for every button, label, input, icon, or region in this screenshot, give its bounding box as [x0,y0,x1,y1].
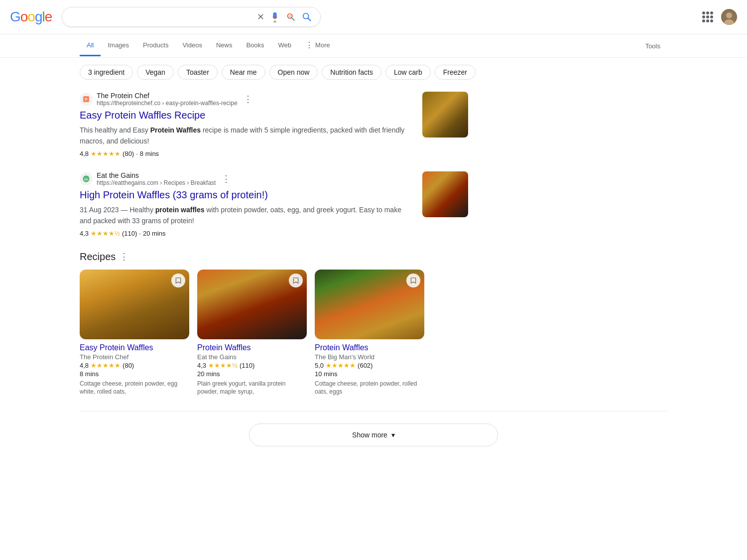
result-1-stars: ★★★★★ [91,150,121,157]
result-2-source: EG Eat the Gains https://eatthegains.com… [80,171,414,186]
mic-icon [269,11,280,22]
clear-button[interactable]: ✕ [257,11,264,22]
recipes-header: Recipes ⋮ [80,251,468,263]
chip-toaster[interactable]: Toaster [178,65,218,80]
tab-all[interactable]: All [80,35,101,56]
recipe-card-3-rating: 5,0 ★★★★★ (602) [315,362,424,369]
result-2-source-name: Eat the Gains [97,171,216,179]
tab-web[interactable]: Web [271,35,299,56]
tab-images[interactable]: Images [101,35,136,56]
chip-3ingredient[interactable]: 3 ingredient [80,65,133,80]
recipe-card-3-image [315,270,424,339]
svg-text:P: P [85,98,88,101]
result-2-menu[interactable]: ⋮ [222,173,231,184]
filter-chips: 3 ingredient Vegan Toaster Near me Open … [0,58,747,87]
search-bar: protein waffles ✕ [62,7,321,27]
result-2-rating-value: 4,3 [80,230,89,237]
tab-books[interactable]: Books [239,35,271,56]
svg-text:EG: EG [84,177,88,180]
avatar[interactable] [721,9,737,25]
recipe-card-1-ingredients: Cottage cheese, protein powder, egg whit… [80,380,189,397]
chevron-down-icon: ▾ [391,431,395,439]
tab-news[interactable]: News [209,35,240,56]
chip-nearme[interactable]: Near me [222,65,265,80]
recipe-card-1-rating: 4,8 ★★★★★ (80) [80,362,189,369]
recipe-card-2-ingredients: Plain greek yogurt, vanilla protein powd… [197,380,307,397]
recipes-grid: Easy Protein Waffles The Protein Chef 4,… [80,270,468,397]
apps-grid-button[interactable] [702,11,713,22]
recipe-card-3-ingredients: Cottage cheese, protein powder, rolled o… [315,380,424,397]
google-logo[interactable]: Google [10,9,52,25]
search-input[interactable]: protein waffles [70,12,252,21]
recipe-card-2-name: Protein Waffles [197,343,307,352]
result-1-reviews: (80) [123,150,134,157]
recipe-card-1-bookmark[interactable] [171,274,185,287]
recipe-card-3-name: Protein Waffles [315,343,424,352]
voice-search-button[interactable] [269,11,280,22]
lens-button[interactable] [285,11,296,22]
recipe-card-2-time: 20 mins [197,370,307,378]
svg-point-8 [726,12,732,18]
nav-tabs: All Images Products Videos News Books We… [0,34,747,58]
recipe-card-1-time: 8 mins [80,370,189,378]
result-1-thumbnail[interactable] [422,92,468,138]
result-2-time: 20 mins [143,230,166,237]
show-more-label: Show more [352,431,387,439]
tools-button[interactable]: Tools [638,36,667,56]
result-1-rating: 4,8 ★★★★★ (80) · 8 mins [80,150,414,157]
recipes-title: Recipes [80,251,116,263]
main-content: P The Protein Chef https://theproteinche… [0,87,548,411]
lens-icon [285,11,296,22]
result-1-source-info: The Protein Chef https://theproteinchef.… [97,92,238,107]
source-icon-2: EG [80,172,93,185]
chip-freezer[interactable]: Freezer [435,65,476,80]
recipe-card-1-name: Easy Protein Waffles [80,343,189,352]
recipe-card-3[interactable]: Protein Waffles The Big Man's World 5,0 … [315,270,424,397]
result-2-reviews: (110) [122,230,137,237]
show-more-container: Show more ▾ [0,423,747,446]
recipe-card-1-image [80,270,189,339]
recipe-card-2-bookmark[interactable] [289,274,303,287]
result-2: EG Eat the Gains https://eatthegains.com… [80,171,468,237]
svg-line-4 [292,18,295,21]
search-button[interactable] [301,11,312,22]
chip-lowcarb[interactable]: Low carb [385,65,431,80]
result-1-content: P The Protein Chef https://theproteinche… [80,92,414,157]
header: Google protein waffles ✕ [0,0,747,34]
recipe-card-2[interactable]: Protein Waffles Eat the Gains 4,3 ★★★★½ … [197,270,307,397]
result-1-separator: · [136,150,138,157]
recipe-card-1[interactable]: Easy Protein Waffles The Protein Chef 4,… [80,270,189,397]
chip-vegan[interactable]: Vegan [137,65,174,80]
chip-nutritionfacts[interactable]: Nutrition facts [322,65,381,80]
result-1-source-name: The Protein Chef [97,92,238,100]
result-2-title[interactable]: High Protein Waffles (33 grams of protei… [80,188,414,201]
recipes-section: Recipes ⋮ Easy Protein Waffles The Prote… [80,251,468,397]
result-1-menu[interactable]: ⋮ [244,94,252,105]
tab-more[interactable]: ⋮ More [298,34,337,57]
recipe-card-3-bookmark[interactable] [406,274,420,287]
result-2-desc: 31 Aug 2023 — Healthy protein waffles wi… [80,204,414,227]
header-right [702,9,737,25]
recipe-card-2-image [197,270,307,339]
result-2-stars: ★★★★½ [91,230,120,237]
svg-line-6 [308,18,311,20]
result-1: P The Protein Chef https://theproteinche… [80,92,468,157]
recipe-card-1-source: The Protein Chef [80,353,189,361]
recipes-menu[interactable]: ⋮ [120,251,128,262]
result-1-rating-value: 4,8 [80,150,89,157]
recipe-card-3-time: 10 mins [315,370,424,378]
recipe-card-3-source: The Big Man's World [315,353,424,361]
bottom-divider [80,411,667,412]
result-2-rating: 4,3 ★★★★½ (110) · 20 mins [80,230,414,237]
result-1-time: 8 mins [140,150,159,157]
result-2-source-info: Eat the Gains https://eatthegains.com › … [97,171,216,186]
chip-opennow[interactable]: Open now [269,65,318,80]
recipe-card-2-rating: 4,3 ★★★★½ (110) [197,362,307,369]
result-2-source-url: https://eatthegains.com › Recipes › Brea… [97,179,216,186]
show-more-button[interactable]: Show more ▾ [249,423,498,446]
result-2-thumbnail[interactable] [422,171,468,217]
tab-products[interactable]: Products [136,35,175,56]
result-2-content: EG Eat the Gains https://eatthegains.com… [80,171,414,237]
tab-videos[interactable]: Videos [175,35,209,56]
result-1-title[interactable]: Easy Protein Waffles Recipe [80,109,414,122]
